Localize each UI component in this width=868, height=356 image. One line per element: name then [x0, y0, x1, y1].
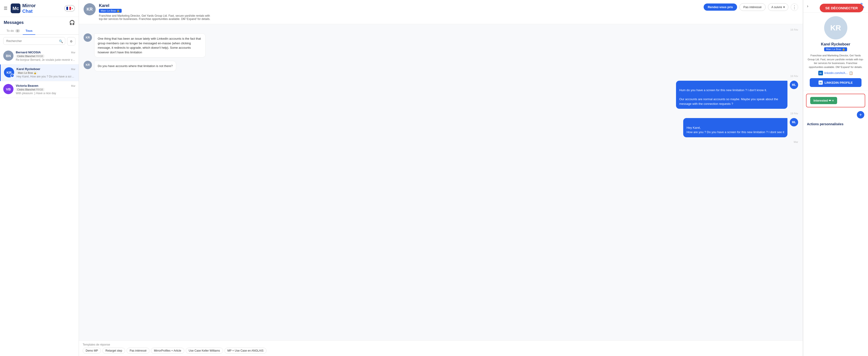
conv-date-karel: Mar: [71, 68, 75, 71]
msg-avatar-4: ML: [790, 118, 798, 127]
msg-avatar-2: KR: [84, 61, 92, 69]
a-suivre-button[interactable]: A suivre ▾: [768, 3, 788, 11]
avatar-wrap-karel: KR ✓: [4, 67, 14, 77]
conv-name-victoria: Victoria Beaven: [16, 84, 38, 87]
linkedin-icon: in: [818, 71, 823, 75]
search-icon: 🔍: [59, 39, 63, 43]
msg-bubble-1: One thing that has been an issue lately …: [94, 33, 206, 58]
linkedin-profile-button[interactable]: in LINKEDIN PROFILE: [810, 78, 861, 87]
msg-avatar-1: KR: [84, 33, 92, 42]
fr-flag: [66, 7, 71, 10]
conv-item-karel[interactable]: KR ✓ Karel Ryckeboer Mar Marc Le Bras 🔒 …: [0, 65, 79, 81]
more-options-button[interactable]: ⋮: [791, 3, 798, 11]
template-demo-mp[interactable]: Demo MP: [83, 348, 101, 354]
msg-row-1: KR One thing that has been an issue late…: [84, 33, 798, 58]
disconnect-button[interactable]: SE DÉCONNECTER: [820, 4, 863, 12]
conv-sub-name-victoria: Cédric Blanchet FR/GB: [16, 88, 44, 91]
chevron-down-icon: ▾: [783, 5, 785, 9]
conv-item-victoria[interactable]: VB Victoria Beaven Mar Cédric Blanchet F…: [0, 81, 79, 98]
messages-title: Messages: [4, 20, 24, 25]
logo-icon: Mc: [11, 3, 21, 13]
msg-avatar-3: ML: [790, 81, 798, 89]
templates-row: Demo MP Retarget step Pas intéressé Mirr…: [83, 348, 799, 354]
linkedin-btn-icon: in: [818, 80, 823, 85]
template-pas-interesse[interactable]: Pas intéressé: [126, 348, 150, 354]
rendez-vous-button[interactable]: Rendez-vous pris: [704, 3, 737, 11]
linkedin-url[interactable]: linkedin.com/in/A...: [824, 71, 848, 75]
msg-bubble-4: Hey Karel, How are you ? Do you have a s…: [683, 118, 787, 137]
sidebar-header: ☰ Mc Mirror Chat ▾: [0, 0, 79, 17]
conv-item-bernard[interactable]: BN Bernard NICOSIA Mar Cédric Blanchet F…: [0, 48, 79, 65]
actions-section: Actions personnalisées: [803, 119, 868, 129]
conv-preview-karel: Hey Karel, How are you ? Do you have a s…: [17, 75, 75, 78]
avatar-bernard: BN: [3, 50, 13, 61]
conv-body-karel: Karel Ryckeboer Mar Marc Le Bras 🔒 Hey K…: [17, 67, 75, 78]
search-input-wrap: 🔍: [3, 37, 65, 45]
profile-avatar: KR: [824, 16, 847, 39]
msg-row-4: ML Hey Karel, How are you ? Do you have …: [84, 118, 798, 137]
msg-bubble-3: Hum do you have a screen for this new li…: [676, 81, 787, 109]
flag-language-selector[interactable]: ▾: [64, 5, 75, 11]
chat-contact-avatar: KR: [84, 3, 96, 15]
main-chat: KR Karel Marc Le Bras 🔒 Franchise and Ma…: [79, 0, 803, 356]
profile-name: Karel Ryckeboer: [821, 42, 850, 46]
msg-date-3-label: 19 Fév: [84, 112, 798, 115]
linkedin-row: in linkedin.com/in/A... 📋: [818, 71, 853, 75]
actions-title: Actions personnalisées: [807, 122, 864, 126]
conv-date-victoria: Mar: [71, 84, 75, 87]
msg-date-2-label: 16 Fév: [84, 75, 798, 77]
filter-icon[interactable]: ⚙: [67, 37, 75, 45]
conv-sub-name-bernard: Cédric Blanchet FR/GB: [16, 55, 44, 58]
svg-text:Mc: Mc: [12, 6, 19, 11]
add-action-row: +: [803, 110, 868, 119]
conv-preview-bernard: Re-bonjour Bernard, Je voulais juste rev…: [16, 58, 75, 62]
messages-header: Messages 🎧: [0, 17, 79, 27]
profile-bio: Franchise and Marketing Director, Get Ya…: [807, 54, 864, 69]
conv-body-victoria: Victoria Beaven Mar Cédric Blanchet FR/G…: [16, 84, 75, 95]
chat-header-body: Karel Marc Le Bras 🔒 Franchise and Marke…: [99, 3, 701, 21]
avatar-victoria: VB: [3, 84, 13, 94]
msg-row-2: KR Do you have accounts where that limit…: [84, 61, 798, 71]
chevron-right-icon[interactable]: ›: [807, 4, 808, 9]
conv-date-bernard: Mar: [71, 51, 75, 54]
tab-tous[interactable]: Tous: [23, 27, 35, 35]
chat-footer: Templates de réponse Demo MP Retarget st…: [79, 341, 803, 356]
search-input[interactable]: [3, 37, 65, 45]
msg-date-1: 16 Fév: [790, 28, 798, 31]
msg-bubble-2: Do you have accounts where that limitati…: [94, 61, 176, 71]
tab-todo-label: To do: [6, 29, 14, 32]
chat-header: KR Karel Marc Le Bras 🔒 Franchise and Ma…: [79, 0, 803, 24]
chevron-down-icon: ▾: [72, 7, 73, 10]
logo-chat: Chat: [22, 9, 32, 14]
headset-icon[interactable]: 🎧: [69, 20, 75, 25]
add-button[interactable]: +: [857, 111, 864, 118]
template-retarget[interactable]: Retarget step: [102, 348, 125, 354]
template-mirror-profiles[interactable]: MirrorProfiles + Article: [151, 348, 184, 354]
template-use-case-keller[interactable]: Use Case Keller Williams: [186, 348, 223, 354]
logo-mirror: Mirror: [22, 3, 36, 8]
msg-row-3: ML Hum do you have a screen for this new…: [84, 81, 798, 109]
interested-button[interactable]: Interested ✏ ×: [810, 97, 837, 104]
search-row: 🔍 ⚙: [0, 35, 79, 48]
sidebar: ☰ Mc Mirror Chat ▾ Messages 🎧 To do 0: [0, 0, 79, 356]
conversations-list: BN Bernard NICOSIA Mar Cédric Blanchet F…: [0, 48, 79, 356]
check-badge-karel: ✓: [10, 74, 14, 77]
pas-interesse-button[interactable]: Pas intéressé: [739, 3, 766, 11]
profile-tag: Marc Le Bras 🔒: [824, 47, 847, 51]
copy-icon[interactable]: 📋: [849, 71, 853, 75]
logo-text: Mirror Chat: [22, 3, 36, 14]
conv-sub-name-karel: Marc Le Bras 🔒: [17, 71, 38, 74]
template-mp-use-case[interactable]: MP + Use Case en ANGLAIS: [224, 348, 267, 354]
tab-todo[interactable]: To do 0: [4, 27, 23, 35]
conv-name-karel: Karel Ryckeboer: [17, 67, 40, 71]
hamburger-icon[interactable]: ☰: [4, 6, 7, 11]
templates-label: Templates de réponse: [83, 343, 799, 346]
conv-body-bernard: Bernard NICOSIA Mar Cédric Blanchet FR/G…: [16, 50, 75, 62]
right-panel: › KR Karel Ryckeboer Marc Le Bras 🔒 Fran…: [803, 0, 868, 356]
chat-contact-tag: Marc Le Bras 🔒: [99, 9, 122, 13]
conv-name-bernard: Bernard NICOSIA: [16, 50, 41, 54]
profile-section: KR Karel Ryckeboer Marc Le Bras 🔒 Franch…: [803, 12, 868, 91]
tab-tous-label: Tous: [26, 29, 32, 32]
tabs-row: To do 0 Tous: [0, 27, 79, 35]
chat-contact-bio: Franchise and Marketing Director, Get Ya…: [99, 14, 215, 21]
